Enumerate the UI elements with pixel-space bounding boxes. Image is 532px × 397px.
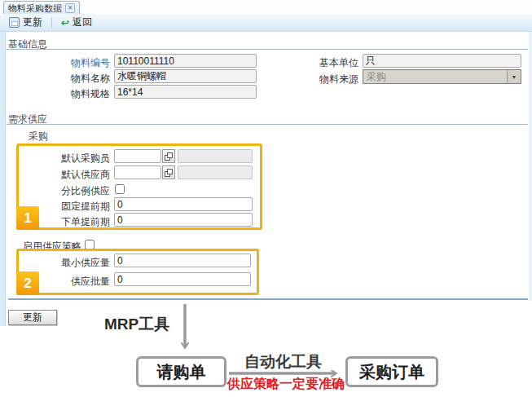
section-demand-supply-divider (7, 124, 528, 125)
default-supplier-name-field (178, 165, 253, 179)
material-name-input[interactable] (114, 69, 257, 83)
update-button-label: 更新 (23, 15, 42, 29)
supply-batch-input[interactable] (114, 272, 251, 286)
min-supply-qty-label: 最小供应量 (24, 256, 110, 270)
tab-title: 物料采购数据 (8, 2, 62, 15)
material-no-input[interactable] (114, 54, 257, 68)
default-supplier-lookup-button[interactable] (162, 165, 175, 179)
footer-update-button[interactable]: 更新 (8, 310, 57, 325)
left-panel-strip (0, 32, 6, 326)
lookup-icon (165, 152, 173, 161)
save-icon (9, 17, 20, 28)
order-lead-time-input[interactable] (114, 213, 253, 227)
material-purchase-data-window: 物料采购数据 ✕ 更新 ↩ 返回 基础信息 物料编号 物料名称 物料规格 基本单… (0, 0, 532, 397)
proportional-supply-label: 分比例供应 (24, 184, 110, 198)
base-unit-input[interactable] (363, 54, 521, 68)
close-icon[interactable]: ✕ (65, 3, 75, 13)
proportional-supply-checkbox[interactable] (115, 184, 125, 194)
lookup-icon (165, 169, 173, 177)
automation-tool-label: 自动化工具 (244, 351, 322, 373)
default-buyer-name-field (178, 149, 253, 163)
base-unit-label: 基本单位 (287, 56, 358, 70)
purchase-order-box: 采购订单 (345, 356, 438, 387)
material-spec-label: 物料规格 (29, 87, 110, 101)
default-supplier-input[interactable] (114, 165, 161, 179)
default-buyer-input[interactable] (114, 149, 161, 163)
supply-strategy-warning-label: 供应策略一定要准确 (227, 376, 345, 393)
material-name-label: 物料名称 (29, 72, 110, 86)
material-no-label: 物料编号 (29, 56, 110, 70)
material-source-value: 采购 (363, 70, 507, 84)
back-button[interactable]: ↩ 返回 (57, 14, 96, 31)
toolbar-separator (51, 17, 52, 29)
material-source-label: 物料来源 (287, 73, 358, 86)
toolbar: 更新 ↩ 返回 (0, 14, 532, 32)
back-icon: ↩ (61, 18, 69, 28)
section-basic-info-divider (7, 49, 528, 50)
fixed-lead-time-input[interactable] (114, 197, 253, 211)
mrp-tool-label: MRP工具 (104, 314, 169, 335)
annotation-badge-1: 1 (16, 206, 39, 230)
update-button[interactable]: 更新 (5, 14, 46, 31)
default-supplier-label: 默认供应商 (24, 168, 110, 182)
annotation-badge-2: 2 (16, 271, 39, 295)
purchase-group-label: 采购 (29, 130, 48, 143)
default-buyer-lookup-button[interactable] (162, 149, 175, 163)
tab-strip: 物料采购数据 ✕ (0, 0, 532, 15)
back-button-label: 返回 (73, 15, 92, 29)
material-spec-input[interactable] (114, 85, 257, 99)
footer-divider (8, 298, 528, 300)
dropdown-arrow-icon[interactable]: ▼ (507, 70, 521, 83)
right-panel-strip (529, 32, 532, 301)
footer-update-label: 更新 (23, 311, 42, 324)
default-buyer-label: 默认采购员 (24, 152, 110, 165)
material-source-select[interactable]: 采购 ▼ (363, 69, 521, 84)
tab-material-purchase-data[interactable]: 物料采购数据 ✕ (3, 1, 80, 15)
min-supply-qty-input[interactable] (114, 254, 251, 267)
purchase-requisition-box: 请购单 (136, 356, 226, 387)
